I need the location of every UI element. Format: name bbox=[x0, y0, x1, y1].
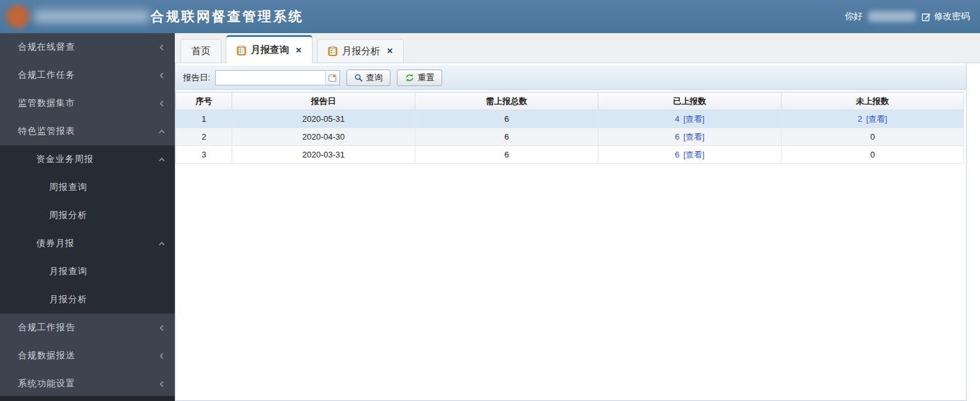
column-header-reported[interactable]: 已上报数 bbox=[598, 92, 782, 110]
cell-reported: 4[查看] bbox=[598, 110, 782, 128]
count-value: 4 bbox=[675, 114, 679, 124]
table-header-row: 序号 报告日 需上报总数 已上报数 未上报数 bbox=[176, 92, 964, 110]
cell-reported: 6[查看] bbox=[598, 128, 782, 146]
cell-total-required: 6 bbox=[415, 146, 598, 164]
view-reported-link[interactable]: [查看] bbox=[683, 132, 704, 142]
username-blurred bbox=[868, 11, 916, 22]
tab-monthly-report-query-label: 月报查询 bbox=[251, 44, 289, 56]
count-value: 2 bbox=[858, 114, 862, 124]
sidebar-item[interactable]: 合规工作任务 bbox=[0, 61, 175, 89]
sidebar-item[interactable]: 合规在线督查 bbox=[0, 33, 175, 61]
sidebar-item-label: 合规工作任务 bbox=[18, 69, 75, 81]
query-toolbar: 报告日: bbox=[175, 66, 966, 90]
close-icon[interactable]: ✕ bbox=[387, 47, 393, 55]
cell-unreported: 2[查看] bbox=[782, 110, 964, 128]
cell-report-date: 2020-03-31 bbox=[232, 146, 415, 164]
sidebar-item-list: 合规在线督查合规工作任务监管数据集市特色监管报表资金业务周报周报查询周报分析债券… bbox=[0, 33, 175, 398]
chevron-left-icon bbox=[158, 72, 165, 79]
cell-no: 3 bbox=[176, 146, 232, 164]
sidebar-item-label: 周报分析 bbox=[49, 210, 87, 221]
column-header-report-date[interactable]: 报告日 bbox=[232, 92, 415, 110]
report-table-body: 12020-05-3164[查看]2[查看]22020-04-3066[查看]0… bbox=[176, 110, 964, 164]
table-row[interactable]: 32020-03-3166[查看]0 bbox=[176, 146, 964, 164]
greeting-text: 你好 bbox=[845, 11, 863, 22]
chevron-up-icon bbox=[158, 128, 165, 135]
sidebar-item[interactable]: 系统功能设置 bbox=[0, 370, 175, 398]
sidebar-item-label: 月报查询 bbox=[49, 266, 87, 277]
chevron-left-icon bbox=[158, 353, 165, 360]
company-logo bbox=[6, 5, 29, 28]
table-row[interactable]: 22020-04-3066[查看]0 bbox=[176, 128, 964, 146]
calendar-icon[interactable] bbox=[325, 71, 339, 85]
tab-monthly-report-analysis-label: 月报分析 bbox=[342, 45, 380, 57]
tab-monthly-report-analysis[interactable]: 月报分析 ✕ bbox=[317, 39, 404, 62]
tab-bar: 首页 月报查询 ✕ bbox=[175, 33, 980, 63]
main-body: 合规在线督查合规工作任务监管数据集市特色监管报表资金业务周报周报查询周报分析债券… bbox=[0, 33, 980, 401]
clipboard-icon bbox=[328, 46, 338, 56]
table-row[interactable]: 12020-05-3164[查看]2[查看] bbox=[176, 110, 964, 128]
count-value: 6 bbox=[675, 150, 679, 159]
change-password-label: 修改密码 bbox=[934, 11, 970, 22]
sidebar-item-label: 特色监管报表 bbox=[18, 126, 75, 137]
cell-report-date: 2020-05-31 bbox=[232, 110, 415, 128]
reset-button-label: 重置 bbox=[418, 72, 434, 84]
refresh-icon bbox=[405, 73, 415, 82]
sidebar-item[interactable]: 合规数据报送 bbox=[0, 342, 175, 370]
sidebar-item[interactable]: 合规工作报告 bbox=[0, 314, 175, 342]
cell-unreported: 0 bbox=[782, 146, 964, 164]
content-area: 首页 月报查询 ✕ bbox=[175, 33, 980, 401]
sidebar-menu: 合规在线督查合规工作任务监管数据集市特色监管报表资金业务周报周报查询周报分析债券… bbox=[0, 33, 175, 401]
cell-no: 2 bbox=[176, 128, 232, 146]
reset-button[interactable]: 重置 bbox=[397, 69, 442, 86]
chevron-left-icon bbox=[158, 100, 165, 107]
sidebar-item[interactable]: 监管数据集市 bbox=[0, 89, 175, 117]
report-datagrid: 序号 报告日 需上报总数 已上报数 未上报数 12020-05-3164[查看]… bbox=[175, 92, 966, 164]
sidebar-item[interactable]: 月报查询 bbox=[0, 258, 175, 286]
clipboard-icon bbox=[237, 45, 246, 55]
chevron-left-icon bbox=[158, 381, 165, 388]
tab-home-label: 首页 bbox=[191, 45, 211, 57]
sidebar-item[interactable]: 月报分析 bbox=[0, 286, 175, 314]
sidebar-item[interactable]: 特色监管报表 bbox=[0, 117, 175, 145]
chevron-up-icon bbox=[158, 240, 165, 247]
report-panel: 报告日: bbox=[175, 63, 967, 401]
report-date-label: 报告日: bbox=[183, 72, 211, 84]
header-user-area: 你好 修改密码 bbox=[845, 11, 980, 22]
magnifier-icon bbox=[354, 73, 363, 82]
count-value: 6 bbox=[675, 132, 679, 142]
column-header-unreported[interactable]: 未上报数 bbox=[782, 92, 964, 110]
sidebar-item[interactable]: 周报分析 bbox=[0, 201, 175, 230]
close-icon[interactable]: ✕ bbox=[295, 46, 302, 55]
sidebar-item[interactable]: 周报查询 bbox=[0, 173, 175, 201]
sidebar-item-label: 债券月报 bbox=[36, 238, 75, 249]
cell-unreported: 0 bbox=[782, 128, 964, 146]
tab-home[interactable]: 首页 bbox=[181, 39, 221, 62]
sidebar-item-label: 系统功能设置 bbox=[18, 378, 75, 390]
column-header-total-required[interactable]: 需上报总数 bbox=[415, 92, 598, 110]
cell-reported: 6[查看] bbox=[598, 146, 782, 164]
column-header-no[interactable]: 序号 bbox=[176, 92, 232, 110]
search-button-label: 查询 bbox=[366, 72, 383, 84]
sidebar-item[interactable]: 资金业务周报 bbox=[0, 145, 175, 173]
change-password-button[interactable]: 修改密码 bbox=[921, 11, 970, 22]
cell-total-required: 6 bbox=[415, 128, 598, 146]
sidebar-item[interactable]: 债券月报 bbox=[0, 230, 175, 258]
sidebar-item-label: 月报分析 bbox=[49, 294, 87, 305]
sidebar-item-label: 合规工作报告 bbox=[18, 322, 75, 333]
chevron-left-icon bbox=[158, 324, 165, 332]
sidebar-item-label: 监管数据集市 bbox=[18, 98, 75, 109]
view-reported-link[interactable]: [查看] bbox=[683, 150, 704, 159]
chevron-left-icon bbox=[158, 44, 165, 51]
top-header: 合规联网督查管理系统 你好 修改密码 bbox=[0, 0, 980, 33]
cell-total-required: 6 bbox=[415, 110, 598, 128]
sidebar-item-label: 合规在线督查 bbox=[18, 41, 75, 53]
view-reported-link[interactable]: [查看] bbox=[683, 114, 704, 124]
report-date-field bbox=[215, 70, 340, 85]
search-button[interactable]: 查询 bbox=[346, 69, 390, 86]
tab-monthly-report-query[interactable]: 月报查询 ✕ bbox=[226, 35, 313, 63]
view-unreported-link[interactable]: [查看] bbox=[866, 114, 887, 124]
report-date-input[interactable] bbox=[216, 71, 325, 85]
cell-no: 1 bbox=[176, 110, 232, 128]
chevron-up-icon bbox=[158, 156, 165, 163]
cell-report-date: 2020-04-30 bbox=[232, 128, 415, 146]
